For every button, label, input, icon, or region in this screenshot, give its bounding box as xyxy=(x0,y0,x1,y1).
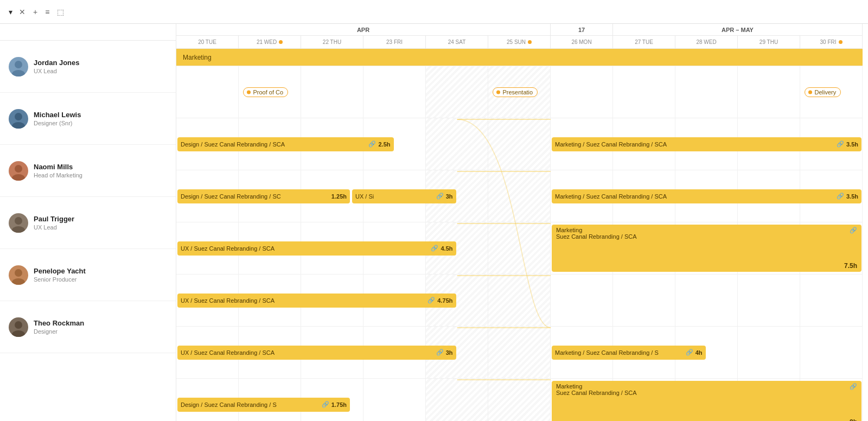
task-bar[interactable]: Design / Suez Canal Rebranding / S 🔗 1.7… xyxy=(177,398,350,412)
milestone-row: Proof of CoPresentatioDelivery xyxy=(176,66,863,118)
person-role: Head of Marketing xyxy=(34,172,82,178)
svg-point-2 xyxy=(15,113,22,120)
person-name: Theo Rockman xyxy=(34,319,84,327)
day-cell: 30 FRI xyxy=(800,36,863,48)
person-row-naomi: Naomi Mills Head of Marketing xyxy=(0,145,176,197)
person-name: Penelope Yacht xyxy=(34,267,86,275)
avatar-penelope xyxy=(9,265,28,285)
person-role: UX Lead xyxy=(34,68,80,74)
person-row-theo: Theo Rockman Designer xyxy=(0,301,176,353)
person-info-theo: Theo Rockman Designer xyxy=(34,319,84,335)
gantt-rows: MarketingProof of CoPresentatioDeliveryD… xyxy=(176,49,868,421)
person-name: Naomi Mills xyxy=(34,163,82,171)
person-role: Designer xyxy=(34,328,84,335)
day-cell: 29 THU xyxy=(738,36,800,48)
avatar-jordan xyxy=(9,57,28,76)
svg-point-8 xyxy=(15,269,22,277)
milestone: Proof of Co xyxy=(243,87,289,97)
day-cell: 24 SAT xyxy=(426,36,488,48)
task-bar[interactable]: Marketing / Suez Canal Rebranding / SCA … xyxy=(552,137,861,151)
person-role: Senior Producer xyxy=(34,276,86,283)
task-bar[interactable]: UX / Suez Canal Rebranding / SCA 🔗 4.5h xyxy=(177,241,456,256)
gantt-row-jordan: Design / Suez Canal Rebranding / SCA 🔗 2… xyxy=(176,118,863,170)
svg-point-1 xyxy=(12,70,25,76)
task-bar[interactable]: Design / Suez Canal Rebranding / SCA 🔗 2… xyxy=(177,137,394,151)
day-cell: 23 FRI xyxy=(363,36,426,48)
gantt-header: APR17APR – MAY20 TUE21 WED22 THU23 FRI24… xyxy=(176,24,868,49)
milestone: Presentatio xyxy=(493,87,538,97)
day-cell: 25 SUN xyxy=(488,36,551,48)
gantt-area[interactable]: APR17APR – MAY20 TUE21 WED22 THU23 FRI24… xyxy=(176,24,868,421)
svg-point-3 xyxy=(12,122,25,129)
projects-button[interactable]: ▾ xyxy=(7,8,12,16)
svg-point-5 xyxy=(12,174,25,181)
svg-point-7 xyxy=(12,226,25,233)
month-label: 17 xyxy=(551,24,613,35)
day-cell: 27 TUE xyxy=(613,36,675,48)
person-row-jordan: Jordan Jones UX Lead xyxy=(0,41,176,93)
task-bar[interactable]: Marketing / Suez Canal Rebranding / SCA … xyxy=(552,189,861,203)
person-name: Michael Lewis xyxy=(34,111,81,119)
task-bar[interactable]: MarketingSuez Canal Rebranding / SCA🔗7.5… xyxy=(552,225,861,272)
person-info-michael: Michael Lewis Designer (Snr) xyxy=(34,111,81,126)
person-info-jordan: Jordan Jones UX Lead xyxy=(34,59,80,74)
svg-point-0 xyxy=(15,61,22,68)
month-label: APR – MAY xyxy=(613,24,863,35)
project-label-bar: Marketing xyxy=(176,49,863,66)
month-label: APR xyxy=(176,24,551,35)
svg-point-11 xyxy=(12,330,25,337)
task-bar[interactable]: MarketingSuez Canal Rebranding / SCA🔗8h xyxy=(552,381,861,421)
list-icon[interactable]: ≡ xyxy=(45,8,49,16)
svg-point-4 xyxy=(15,165,22,173)
add-icon[interactable]: + xyxy=(33,8,37,16)
person-info-naomi: Naomi Mills Head of Marketing xyxy=(34,163,82,178)
avatar-theo xyxy=(9,317,28,337)
svg-point-9 xyxy=(12,278,25,285)
day-cell: 26 MON xyxy=(551,36,613,48)
gantt-row-penelope: Marketing / Suez Canal Rebranding / S 🔗 … xyxy=(176,327,863,379)
task-bar[interactable]: UX / Si 🔗 3h xyxy=(352,189,456,203)
avatar-paul xyxy=(9,213,28,233)
task-bar[interactable]: Marketing / Suez Canal Rebranding / S 🔗 … xyxy=(552,346,706,360)
gantt-row-michael: Design / Suez Canal Rebranding / SC 1.25… xyxy=(176,170,863,222)
person-role: Designer (Snr) xyxy=(34,120,81,126)
svg-point-6 xyxy=(15,217,22,225)
milestone: Delivery xyxy=(805,87,841,97)
person-role: UX Lead xyxy=(34,224,74,231)
chevron-down-icon: ▾ xyxy=(9,8,12,16)
close-icon[interactable]: ✕ xyxy=(19,8,25,16)
task-bar[interactable]: UX / Suez Canal Rebranding / SCA 🔗 4.75h xyxy=(177,294,456,308)
task-bar[interactable]: Design / Suez Canal Rebranding / SC 1.25… xyxy=(177,189,350,203)
day-cell: 21 WED xyxy=(239,36,301,48)
person-name: Paul Trigger xyxy=(34,215,74,223)
day-cell: 28 WED xyxy=(675,36,738,48)
person-row-paul: Paul Trigger UX Lead xyxy=(0,197,176,249)
person-row-penelope: Penelope Yacht Senior Producer xyxy=(0,249,176,301)
gantt-row-naomi: UX / Suez Canal Rebranding / SCA 🔗 4.5hM… xyxy=(176,222,863,275)
project-header xyxy=(0,24,176,41)
day-cell: 20 TUE xyxy=(176,36,239,48)
day-cell: 22 THU xyxy=(301,36,363,48)
avatar-michael xyxy=(9,109,28,129)
sidebar: Jordan Jones UX Lead Michael Lewis Desig… xyxy=(0,24,176,421)
export-icon[interactable]: ⬚ xyxy=(57,8,64,16)
person-info-paul: Paul Trigger UX Lead xyxy=(34,215,74,231)
svg-point-10 xyxy=(15,321,22,329)
task-bar[interactable]: UX / Suez Canal Rebranding / SCA 🔗 3h xyxy=(177,346,456,360)
gantt-row-paul: UX / Suez Canal Rebranding / SCA 🔗 4.75h xyxy=(176,275,863,327)
gantt-row-theo: MarketingSuez Canal Rebranding / SCA🔗8hD… xyxy=(176,379,863,421)
person-row-michael: Michael Lewis Designer (Snr) xyxy=(0,93,176,145)
avatar-naomi xyxy=(9,161,28,181)
person-info-penelope: Penelope Yacht Senior Producer xyxy=(34,267,86,283)
person-name: Jordan Jones xyxy=(34,59,80,67)
